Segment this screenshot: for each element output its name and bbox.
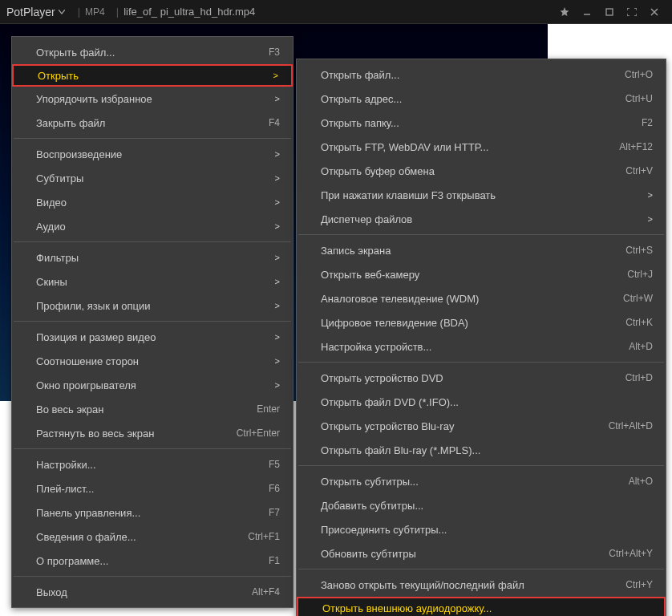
menu-item[interactable]: О программе...F1	[12, 549, 293, 573]
menu-item[interactable]: Аудио>	[12, 214, 293, 238]
menu-item[interactable]: Упорядочить избранное>	[12, 87, 293, 111]
menu-item-label: Открыть веб-камеру	[321, 269, 617, 281]
menu-item[interactable]: Открыть адрес...Ctrl+U	[297, 87, 666, 111]
menu-item[interactable]: Соотношение сторон>	[12, 349, 293, 373]
menu-item-label: Растянуть во весь экран	[36, 428, 227, 440]
chevron-right-icon: >	[275, 332, 280, 342]
fullscreen-icon[interactable]	[621, 1, 643, 23]
chevron-right-icon: >	[273, 71, 278, 80]
menu-item[interactable]: Закрыть файлF4	[12, 111, 293, 135]
maximize-icon[interactable]	[598, 1, 621, 23]
menu-item-label: Субтитры	[36, 172, 265, 184]
menu-item-shortcut: Ctrl+Alt+Y	[609, 548, 653, 559]
app-name[interactable]: PotPlayer	[6, 6, 55, 18]
menu-item-label: Открыть адрес...	[321, 93, 616, 105]
menu-item[interactable]: Настройки...F5	[12, 452, 293, 476]
chevron-right-icon: >	[275, 221, 280, 231]
menu-item[interactable]: Профили, язык и опции>	[12, 294, 293, 318]
menu-item-shortcut: Ctrl+Enter	[237, 428, 280, 439]
menu-item-label: Открыть FTP, WebDAV или HTTP...	[321, 141, 609, 153]
menu-item-label: Панель управления...	[36, 507, 259, 519]
close-icon[interactable]	[643, 1, 666, 23]
menu-item[interactable]: Открыть файл Blu-ray (*.MPLS)...	[297, 438, 666, 462]
menu-separator	[14, 576, 291, 577]
chevron-down-icon[interactable]	[59, 10, 65, 14]
window-controls	[553, 1, 666, 23]
menu-item[interactable]: Открыть субтитры...Alt+O	[297, 469, 666, 493]
menu-item-label: Открыть файл...	[321, 69, 615, 81]
menu-item[interactable]: Открыть устройство DVDCtrl+D	[297, 366, 666, 390]
menu-item-label: Плей-лист...	[36, 483, 259, 495]
menu-item[interactable]: Открыть>	[12, 64, 293, 87]
menu-item[interactable]: Добавить субтитры...	[297, 493, 666, 517]
chevron-right-icon: >	[275, 173, 280, 183]
menu-item[interactable]: Открыть буфер обменаCtrl+V	[297, 159, 666, 183]
svg-rect-1	[606, 9, 613, 15]
menu-item[interactable]: Аналоговое телевидение (WDM)Ctrl+W	[297, 286, 666, 310]
menu-item[interactable]: Открыть FTP, WebDAV или HTTP...Alt+F12	[297, 135, 666, 159]
menu-item[interactable]: Настройка устройств...Alt+D	[297, 334, 666, 359]
menu-item-shortcut: Ctrl+Alt+D	[609, 420, 653, 432]
menu-item[interactable]: Открыть папку...F2	[297, 111, 666, 135]
menu-item[interactable]: Панель управления...F7	[12, 500, 293, 525]
menu-item-label: Во весь экран	[36, 403, 247, 415]
menu-item[interactable]: Скины>	[12, 270, 293, 294]
menu-item[interactable]: Плей-лист...F6	[12, 476, 293, 500]
menu-item-label: Настройка устройств...	[321, 341, 619, 353]
chevron-right-icon: >	[275, 356, 280, 366]
menu-item[interactable]: Запись экранаCtrl+S	[297, 238, 666, 262]
main-context-menu: Открыть файл...F3Открыть>Упорядочить изб…	[11, 36, 293, 608]
menu-item[interactable]: Заново открыть текущий/последний файлCtr…	[297, 573, 666, 597]
menu-item-shortcut: F2	[642, 117, 653, 128]
menu-item-shortcut: Alt+D	[629, 341, 653, 352]
menu-item[interactable]: Позиция и размер видео>	[12, 325, 293, 349]
menu-item-shortcut: Alt+F12	[619, 141, 653, 152]
menu-item[interactable]: Фильтры>	[12, 245, 293, 270]
menu-item[interactable]: При нажатии клавиши F3 открывать>	[297, 183, 666, 207]
menu-item[interactable]: Открыть файл...F3	[12, 40, 293, 64]
menu-item-shortcut: F1	[269, 555, 280, 566]
menu-separator	[298, 465, 664, 466]
menu-item[interactable]: Открыть файл DVD (*.IFO)...	[297, 390, 666, 414]
minimize-icon[interactable]	[576, 1, 598, 23]
menu-separator	[298, 569, 664, 569]
menu-item[interactable]: Сведения о файле...Ctrl+F1	[12, 525, 293, 549]
menu-item-label: Закрыть файл	[36, 117, 259, 129]
menu-separator	[14, 448, 291, 449]
menu-item-shortcut: F6	[269, 483, 280, 494]
menu-item[interactable]: Растянуть во весь экранCtrl+Enter	[12, 421, 293, 445]
menu-item[interactable]: ВыходAlt+F4	[12, 580, 293, 604]
menu-item-label: Фильтры	[36, 252, 265, 264]
menu-item[interactable]: Диспетчер файлов>	[297, 207, 666, 231]
menu-item-label: Заново открыть текущий/последний файл	[321, 579, 616, 591]
menu-item[interactable]: Видео>	[12, 190, 293, 214]
chevron-right-icon: >	[275, 253, 280, 262]
menu-item[interactable]: Открыть устройство Blu-rayCtrl+Alt+D	[297, 414, 666, 438]
menu-item[interactable]: Присоединить субтитры...	[297, 517, 666, 541]
menu-item-shortcut: Alt+O	[629, 476, 653, 487]
menu-item-label: Запись экрана	[321, 245, 616, 257]
menu-item[interactable]: Обновить субтитрыCtrl+Alt+Y	[297, 541, 666, 565]
menu-item-label: Открыть файл DVD (*.IFO)...	[321, 396, 653, 408]
menu-item-label: Открыть файл...	[36, 47, 259, 59]
menu-item-label: Цифровое телевидение (BDA)	[321, 317, 616, 329]
pin-icon[interactable]	[553, 1, 576, 23]
menu-item[interactable]: Субтитры>	[12, 166, 293, 190]
menu-item-shortcut: Ctrl+K	[625, 317, 653, 328]
menu-item[interactable]: Открыть веб-камеруCtrl+J	[297, 262, 666, 286]
chevron-right-icon: >	[275, 380, 280, 390]
menu-item[interactable]: Во весь экранEnter	[12, 397, 293, 421]
menu-item[interactable]: Цифровое телевидение (BDA)Ctrl+K	[297, 310, 666, 334]
menu-item-label: Упорядочить избранное	[36, 93, 265, 105]
filename: life_of_ pi_ultra_hd_hdr.mp4	[123, 6, 255, 18]
open-submenu: Открыть файл...Ctrl+OОткрыть адрес...Ctr…	[296, 59, 666, 616]
menu-item-label: Аудио	[36, 221, 265, 233]
menu-item[interactable]: Воспроизведение>	[12, 142, 293, 166]
menu-item[interactable]: Открыть файл...Ctrl+O	[297, 63, 666, 87]
menu-item-label: Открыть буфер обмена	[321, 165, 616, 177]
menu-separator	[298, 234, 664, 235]
menu-item[interactable]: Открыть внешнюю аудиодорожку...	[297, 597, 666, 616]
menu-item-shortcut: Ctrl+O	[625, 69, 653, 80]
menu-item[interactable]: Окно проигрывателя>	[12, 373, 293, 397]
separator: |	[116, 6, 119, 18]
